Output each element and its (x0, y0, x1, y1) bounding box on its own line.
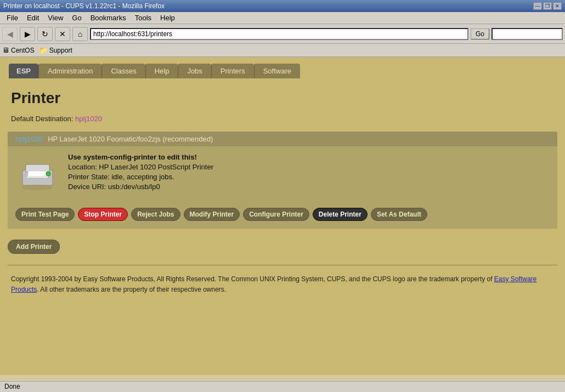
tab-administration[interactable]: Administration (38, 64, 101, 78)
menu-bookmarks[interactable]: Bookmarks (86, 13, 131, 23)
stop-printer-button[interactable]: Stop Printer (78, 208, 128, 221)
printer-description: HP LaserJet 1020 Foomatic/foo2zjs (recom… (48, 135, 213, 143)
bookmark-centos[interactable]: 🖥 CentOS (2, 46, 35, 54)
window-title: Printer on localhost - CUPS v1.1.22rc1 -… (3, 2, 165, 10)
printer-info: Use system-config-printer to edit this! … (68, 153, 550, 192)
use-system-text: Use system-config-printer to edit this! (68, 153, 550, 161)
close-button[interactable]: ✕ (553, 2, 562, 10)
svg-point-5 (22, 185, 53, 190)
toolbar: ◀ ▶ ↻ ✕ ⌂ Go (0, 24, 565, 44)
home-button[interactable]: ⌂ (72, 27, 88, 41)
main-content: ESP Administration Classes Help Jobs Pri… (0, 57, 565, 375)
menu-help[interactable]: Help (156, 13, 179, 23)
printer-body: Use system-config-printer to edit this! … (8, 146, 557, 203)
reload-button[interactable]: ↻ (37, 27, 53, 41)
configure-printer-button[interactable]: Configure Printer (243, 208, 309, 221)
support-icon: 📁 (39, 46, 48, 54)
footer-text: Copyright 1993-2004 by Easy Software Pro… (11, 275, 494, 283)
tab-classes[interactable]: Classes (101, 64, 145, 78)
footer-text2: . All other trademarks are the property … (37, 286, 226, 293)
add-printer-button[interactable]: Add Printer (8, 240, 60, 254)
printer-device-uri: Device URI: usb:/dev/usb/lp0 (68, 183, 550, 191)
tab-software[interactable]: Software (254, 64, 300, 78)
tab-help[interactable]: Help (145, 64, 178, 78)
modify-printer-button[interactable]: Modify Printer (184, 208, 240, 221)
printer-header: hplj1020 HP LaserJet 1020 Foomatic/foo2z… (8, 132, 557, 146)
titlebar: Printer on localhost - CUPS v1.1.22rc1 -… (0, 0, 565, 12)
search-input[interactable] (491, 28, 563, 40)
printer-state: Printer State: idle, accepting jobs. (68, 173, 550, 181)
delete-printer-button[interactable]: Delete Printer (313, 208, 368, 221)
bookmarks-bar: 🖥 CentOS 📁 Support (0, 44, 565, 57)
printer-name-link[interactable]: hplj1020 (15, 135, 42, 143)
page-title: Printer (11, 89, 554, 107)
window-controls: — ❐ ✕ (533, 2, 562, 10)
printer-section: hplj1020 HP LaserJet 1020 Foomatic/foo2z… (0, 132, 565, 229)
menu-go[interactable]: Go (67, 13, 86, 23)
footer: Copyright 1993-2004 by Easy Software Pro… (0, 265, 565, 304)
bookmark-centos-label: CentOS (11, 47, 35, 54)
svg-point-4 (46, 172, 50, 176)
printer-actions: Print Test Page Stop Printer Reject Jobs… (8, 203, 557, 229)
tab-printers[interactable]: Printers (211, 64, 254, 78)
menu-tools[interactable]: Tools (131, 13, 156, 23)
add-printer-section: Add Printer (0, 229, 565, 265)
page-heading: Printer (0, 78, 565, 112)
url-input[interactable] (90, 28, 468, 40)
menu-view[interactable]: View (43, 13, 67, 23)
nav-tabs: ESP Administration Classes Help Jobs Pri… (0, 57, 565, 78)
default-destination: Default Destination: hplj1020 (0, 112, 565, 132)
restore-button[interactable]: ❐ (543, 2, 552, 10)
forward-button[interactable]: ▶ (20, 27, 35, 41)
back-button[interactable]: ◀ (2, 27, 18, 41)
svg-rect-3 (28, 171, 47, 177)
stop-button[interactable]: ✕ (55, 27, 70, 41)
tab-jobs[interactable]: Jobs (178, 64, 211, 78)
reject-jobs-button[interactable]: Reject Jobs (131, 208, 180, 221)
tab-esp[interactable]: ESP (9, 64, 38, 78)
menubar: File Edit View Go Bookmarks Tools Help (0, 12, 565, 24)
set-as-default-button[interactable]: Set As Default (371, 208, 427, 221)
centos-icon: 🖥 (2, 46, 9, 54)
bookmark-support-label: Support (49, 47, 72, 54)
printer-location: Location: HP LaserJet 1020 PostScript Pr… (68, 163, 550, 171)
minimize-button[interactable]: — (533, 2, 542, 10)
menu-edit[interactable]: Edit (22, 13, 43, 23)
print-test-page-button[interactable]: Print Test Page (15, 208, 75, 221)
bookmark-support[interactable]: 📁 Support (39, 46, 72, 54)
menu-file[interactable]: File (2, 13, 22, 23)
default-dest-link[interactable]: hplj1020 (75, 115, 102, 123)
go-button[interactable]: Go (471, 29, 489, 39)
address-bar: Go (90, 28, 489, 40)
default-dest-label: Default Destination: (11, 115, 73, 123)
printer-icon (15, 153, 59, 197)
